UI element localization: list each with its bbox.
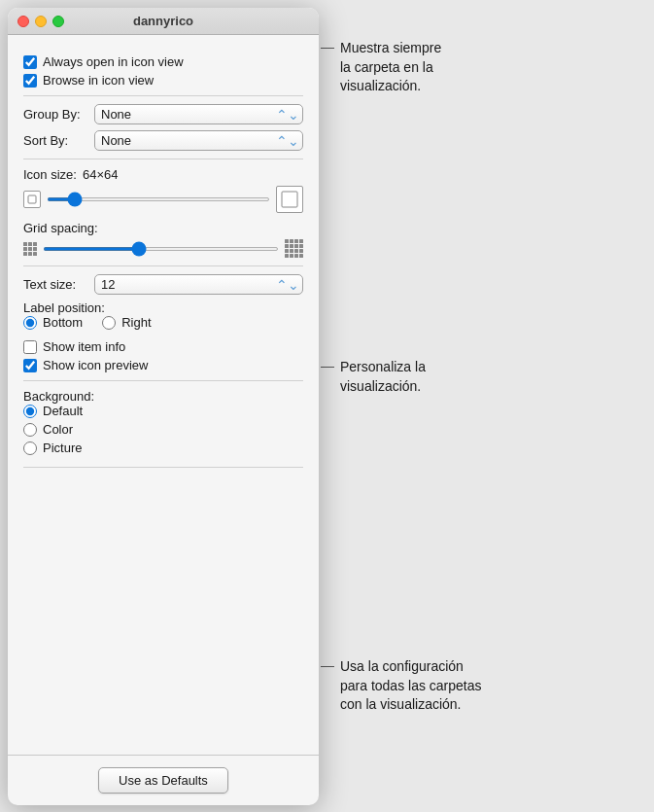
annotation-top-dash: — xyxy=(321,39,334,54)
spacer xyxy=(23,468,303,743)
label-position-group: Label position: Bottom Right xyxy=(23,300,303,334)
bg-default-radio[interactable] xyxy=(23,405,37,418)
icon-large-indicator xyxy=(276,186,303,213)
browse-icon-row: Browse in icon view xyxy=(23,73,303,88)
label-right-label: Right xyxy=(121,315,151,330)
show-icon-preview-checkbox[interactable] xyxy=(23,359,37,372)
svg-rect-0 xyxy=(28,195,36,203)
annotation-middle-text: Personaliza lavisualización. xyxy=(340,358,426,396)
icon-small-indicator xyxy=(23,191,41,208)
annotation-middle: — Personaliza lavisualización. xyxy=(321,358,644,396)
bg-picture-label: Picture xyxy=(43,441,82,455)
svg-rect-1 xyxy=(282,192,297,207)
label-bottom-radio[interactable] xyxy=(23,316,37,330)
show-icon-preview-row: Show icon preview xyxy=(23,358,303,372)
annotation-bottom: — Usa la configuraciónpara todas las car… xyxy=(321,657,644,715)
bg-default-label: Default xyxy=(43,404,83,418)
label-bottom-label: Bottom xyxy=(43,315,83,330)
group-by-label: Group By: xyxy=(23,107,86,122)
text-label-section: Text size: 10 11 12 13 14 15 16 xyxy=(23,266,303,381)
group-by-select-wrapper: None Name Kind Date Added Date Modified … xyxy=(94,104,303,124)
annotation-bottom-dash: — xyxy=(321,657,334,673)
maximize-button[interactable] xyxy=(52,16,64,27)
use-as-defaults-button[interactable]: Use as Defaults xyxy=(98,767,228,794)
grid-spacing-slider-row xyxy=(23,239,303,258)
annotation-bottom-text: Usa la configuraciónpara todas las carpe… xyxy=(340,657,482,715)
label-bottom-row: Bottom xyxy=(23,315,83,330)
icon-size-slider-row xyxy=(23,186,303,213)
window-content: Always open in icon view Browse in icon … xyxy=(8,35,319,755)
bg-default-row: Default xyxy=(23,404,303,418)
left-panel: dannyrico Always open in icon view Brows… xyxy=(0,0,311,812)
show-item-info-row: Show item info xyxy=(23,339,303,354)
always-open-row: Always open in icon view xyxy=(23,54,303,69)
grid-large-icon xyxy=(285,239,303,258)
titlebar-buttons xyxy=(17,16,64,27)
icon-size-label: Icon size: xyxy=(23,167,77,182)
bg-color-radio[interactable] xyxy=(23,423,37,437)
view-options-section: Always open in icon view Browse in icon … xyxy=(23,47,303,96)
group-by-select[interactable]: None Name Kind Date Added Date Modified xyxy=(94,104,303,124)
app-window: dannyrico Always open in icon view Brows… xyxy=(0,0,654,812)
grid-spacing-slider[interactable] xyxy=(43,247,279,251)
label-position-label: Label position: xyxy=(23,300,105,315)
background-label: Background: xyxy=(23,389,94,404)
label-right-row: Right xyxy=(102,315,151,330)
bg-picture-row: Picture xyxy=(23,441,303,455)
grid-spacing-label: Grid spacing: xyxy=(23,221,98,235)
text-size-select-wrapper: 10 11 12 13 14 15 16 ⌃⌄ xyxy=(94,274,303,295)
bg-picture-radio[interactable] xyxy=(23,441,37,455)
label-right-radio[interactable] xyxy=(102,316,116,330)
sort-by-row: Sort By: None Name Kind Date Added Date … xyxy=(23,130,303,151)
titlebar: dannyrico xyxy=(8,8,319,35)
sort-by-label: Sort By: xyxy=(23,133,86,148)
browse-icon-checkbox[interactable] xyxy=(23,74,37,88)
text-size-label: Text size: xyxy=(23,277,86,292)
always-open-label: Always open in icon view xyxy=(43,54,184,69)
annotation-top: — Muestra siemprela carpeta en lavisuali… xyxy=(321,39,644,96)
bg-color-row: Color xyxy=(23,422,303,437)
text-size-select[interactable]: 10 11 12 13 14 15 16 xyxy=(94,274,303,295)
group-by-row: Group By: None Name Kind Date Added Date… xyxy=(23,104,303,124)
label-position-options: Bottom Right xyxy=(23,315,303,334)
always-open-checkbox[interactable] xyxy=(23,55,37,69)
icon-size-slider[interactable] xyxy=(47,197,270,201)
show-icon-preview-label: Show icon preview xyxy=(43,358,148,372)
icon-size-value: 64×64 xyxy=(83,167,119,182)
grid-small-icon xyxy=(23,242,37,256)
right-panel: — Muestra siemprela carpeta en lavisuali… xyxy=(311,0,654,812)
browse-icon-label: Browse in icon view xyxy=(43,73,154,88)
annotation-top-text: Muestra siemprela carpeta en lavisualiza… xyxy=(340,39,441,96)
sort-by-select[interactable]: None Name Kind Date Added Date Modified xyxy=(94,130,303,151)
close-button[interactable] xyxy=(17,16,29,27)
bottom-section: Use as Defaults xyxy=(8,755,319,805)
background-section: Background: Default Color Picture xyxy=(23,381,303,468)
minimize-button[interactable] xyxy=(35,16,47,27)
annotation-middle-dash: — xyxy=(321,358,334,373)
sort-by-select-wrapper: None Name Kind Date Added Date Modified … xyxy=(94,130,303,151)
icon-grid-section: Icon size: 64×64 Grid spacing: xyxy=(23,159,303,266)
window-title: dannyrico xyxy=(133,14,193,28)
finder-info-window: dannyrico Always open in icon view Brows… xyxy=(8,8,319,805)
text-size-row: Text size: 10 11 12 13 14 15 16 xyxy=(23,274,303,295)
show-item-info-label: Show item info xyxy=(43,339,125,354)
show-item-info-checkbox[interactable] xyxy=(23,340,37,354)
sort-group-section: Group By: None Name Kind Date Added Date… xyxy=(23,96,303,159)
bg-color-label: Color xyxy=(43,422,73,437)
